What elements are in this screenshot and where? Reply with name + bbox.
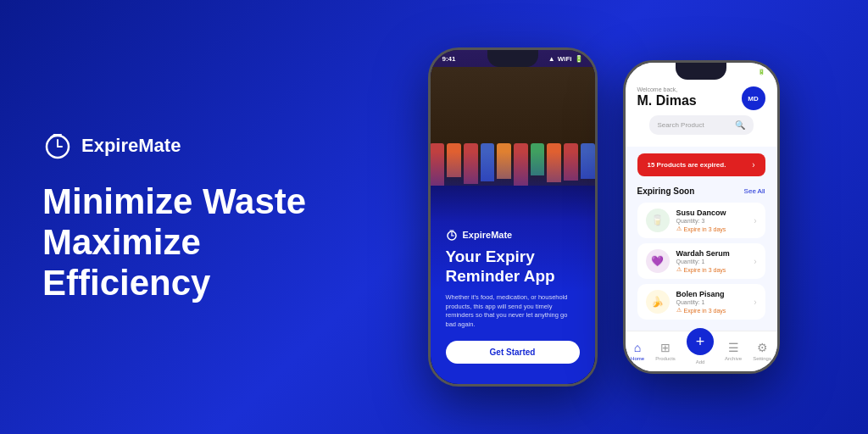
product-qty: Quantity: 1 [676,299,748,305]
product-expire: ⚠ Expire in 3 days [676,307,748,314]
logo-row: ExpireMate [42,131,314,161]
status-time-2: 9:41 [637,68,651,75]
product-info: Wardah Serum Quantity: 1 ⚠ Expire in 3 d… [676,249,748,273]
tagline-line2: Maximize Efficiency [42,222,210,303]
splash-title: Your ExpiryReminder App [446,248,580,287]
section-header: Expiring Soon See All [637,186,765,196]
nav-add-label: Add [696,359,705,364]
get-started-button[interactable]: Get Started [446,341,580,364]
product-info: Bolen Pisang Quantity: 1 ⚠ Expire in 3 d… [676,290,748,314]
product-expire: ⚠ Expire in 3 days [676,225,748,232]
product-item[interactable]: 💜 Wardah Serum Quantity: 1 ⚠ Expire in 3… [637,243,765,279]
search-icon: 🔍 [735,120,745,130]
archive-nav-icon: ☰ [728,341,739,354]
expired-banner[interactable]: 15 Products are expired. › [637,153,765,176]
product-expire: ⚠ Expire in 3 days [676,266,748,273]
search-bar[interactable]: Search Product 🔍 [649,115,754,135]
phone-splash: 9:41 ▲ WiFi 🔋 [428,47,598,387]
splash-logo-text: ExpireMate [463,230,513,240]
product-arrow-icon: › [754,298,756,307]
splash-content: ExpireMate Your ExpiryReminder App Wheth… [431,215,595,384]
product-qty: Quantity: 1 [676,259,748,264]
search-placeholder: Search Product [658,121,730,129]
status-bar: 9:41 ▲ WiFi 🔋 [431,55,595,63]
product-icon: 🍌 [646,290,670,314]
nav-settings[interactable]: ⚙ Settings [753,341,771,361]
expire-warning-icon: ⚠ [676,266,682,273]
nav-products-label: Products [655,356,676,361]
product-name: Susu Dancow [676,209,748,217]
avatar: MD [742,86,765,110]
splash-logo-icon [446,229,458,241]
product-arrow-icon: › [754,216,756,225]
expired-arrow-icon: › [752,160,754,170]
home-nav-icon: ⌂ [634,341,641,354]
phone-home: 9:41 ▲ WiFi 🔋 Welcome back, M. Dimas MD … [623,60,780,374]
see-all-link[interactable]: See All [744,187,765,195]
tagline-line1: Minimize Waste [42,181,306,221]
phones-section: 9:41 ▲ WiFi 🔋 [356,31,868,403]
product-qty: Quantity: 3 [676,218,748,224]
status-icons: ▲ WiFi 🔋 [548,55,583,63]
nav-settings-label: Settings [753,356,771,361]
status-icons-2: ▲ WiFi 🔋 [734,69,765,75]
products-nav-icon: ⊞ [660,341,670,354]
product-arrow-icon: › [754,257,756,266]
nav-add[interactable]: + Add [687,337,714,364]
add-button[interactable]: + [687,328,714,355]
status-time: 9:41 [442,55,456,63]
section-title: Expiring Soon [637,186,695,196]
product-info: Susu Dancow Quantity: 3 ⚠ Expire in 3 da… [676,209,748,232]
status-bar-2: 9:41 ▲ WiFi 🔋 [626,68,777,75]
expire-warning-icon: ⚠ [676,307,682,314]
splash-logo-row: ExpireMate [446,229,580,241]
expire-warning-icon: ⚠ [676,225,682,232]
product-name: Bolen Pisang [676,290,748,298]
expired-text: 15 Products are expired. [648,161,726,169]
bottom-nav: ⌂ Home ⊞ Products + Add ☰ Archive ⚙ Se [626,331,777,371]
left-section: ExpireMate Minimize Waste Maximize Effic… [0,80,356,355]
product-icon: 💜 [646,249,670,273]
home-content: Welcome back, M. Dimas MD Search Product… [626,63,777,371]
product-item[interactable]: 🥛 Susu Dancow Quantity: 3 ⚠ Expire in 3 … [637,203,765,238]
nav-archive-label: Archive [725,356,742,361]
nav-archive[interactable]: ☰ Archive [725,341,742,361]
headline: Minimize Waste Maximize Efficiency [42,181,314,304]
brand-name: ExpireMate [81,135,181,157]
splash-description: Whether it's food, medication, or househ… [446,293,580,329]
product-name: Wardah Serum [676,249,748,258]
product-icon: 🥛 [646,209,670,232]
nav-home[interactable]: ⌂ Home [631,341,644,361]
settings-nav-icon: ⚙ [757,341,768,354]
home-body: 15 Products are expired. › Expiring Soon… [626,147,777,331]
nav-home-label: Home [631,356,644,361]
logo-icon [42,131,73,161]
nav-products[interactable]: ⊞ Products [655,341,676,361]
product-item[interactable]: 🍌 Bolen Pisang Quantity: 1 ⚠ Expire in 3… [637,284,765,320]
